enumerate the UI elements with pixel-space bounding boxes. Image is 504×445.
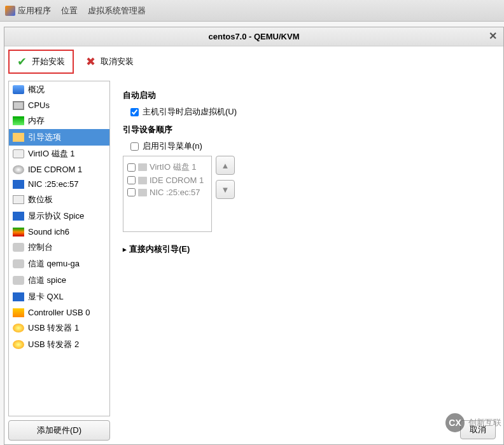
sidebar-item-6[interactable]: NIC :25:ec:57 [9,177,109,191]
boot-enable-checkbox[interactable] [127,163,136,172]
sidebar-item-label: 显示协议 Spice [28,210,84,222]
bootmenu-check-row[interactable]: 启用引导菜单(n) [130,140,494,152]
sidebar-item-14[interactable]: Controller USB 0 [9,305,109,320]
sidebar-item-2[interactable]: 内存 [9,113,109,129]
device-icon [13,292,24,301]
begin-install-label: 开始安装 [32,56,65,67]
device-icon [138,189,147,196]
sidebar-item-13[interactable]: 显卡 QXL [9,289,109,305]
device-icon [13,324,24,332]
device-icon [13,195,24,204]
direct-kernel-expander[interactable]: 直接内核引导(E) [123,243,494,255]
device-icon [138,177,147,184]
autostart-check-row[interactable]: 主机引导时启动虚拟机(U) [130,106,494,118]
boot-device-2[interactable]: NIC :25:ec:57 [127,186,207,198]
sidebar-item-9[interactable]: Sound ich6 [9,224,109,239]
autostart-title: 自动启动 [123,90,494,101]
sidebar-item-label: 显卡 QXL [28,291,64,303]
device-icon [13,243,24,252]
device-icon [13,165,24,174]
sidebar-item-label: 引导选项 [28,132,61,143]
vm-config-window: centos7.0 - QEMU/KVM ✕ ✔ 开始安装 ✖ 取消安装 概况C… [4,27,504,445]
device-icon [13,85,24,94]
check-icon: ✔ [17,55,27,69]
boot-device-list[interactable]: VirtIO 磁盘 1IDE CDROM 1NIC :25:ec:57 [123,156,212,232]
boot-device-0[interactable]: VirtIO 磁盘 1 [127,160,207,174]
boot-device-1[interactable]: IDE CDROM 1 [127,174,207,186]
desktop-top-bar: 应用程序 位置 虚拟系统管理器 [0,0,504,22]
cancel-icon: ✖ [86,55,95,69]
cancel-install-button[interactable]: ✖ 取消安装 [78,50,142,74]
boot-order-buttons: ▲ ▼ [216,156,235,199]
cancel-install-label: 取消安装 [101,56,134,67]
sidebar-item-label: NIC :25:ec:57 [28,179,79,189]
boot-device-label: IDE CDROM 1 [150,175,204,185]
boot-device-panel: VirtIO 磁盘 1IDE CDROM 1NIC :25:ec:57 ▲ ▼ [123,156,494,232]
sidebar-item-label: Controller USB 0 [28,308,90,317]
sidebar-item-1[interactable]: CPUs [9,98,109,113]
hardware-list[interactable]: 概况CPUs内存引导选项VirtIO 磁盘 1IDE CDROM 1NIC :2… [8,81,110,416]
device-icon [138,163,147,171]
bootmenu-checkbox[interactable] [130,142,139,151]
bottom-bar: 取消 [452,415,503,444]
move-up-button[interactable]: ▲ [216,156,235,175]
close-icon[interactable]: ✕ [489,30,497,42]
device-icon [13,149,24,158]
sidebar-item-10[interactable]: 控制台 [9,239,109,256]
sidebar-item-label: 信道 spice [28,275,66,286]
direct-kernel-label: 直接内核引导(E) [129,243,190,255]
add-hardware-button[interactable]: 添加硬件(D) [8,420,110,441]
device-icon [13,276,24,285]
sidebar-item-label: CPUs [28,100,50,110]
sidebar-item-label: USB 转发器 2 [28,339,79,350]
device-icon [13,116,24,125]
boot-device-label: NIC :25:ec:57 [150,188,200,197]
sidebar-item-16[interactable]: USB 转发器 2 [9,336,109,353]
cancel-button[interactable]: 取消 [460,420,496,439]
device-icon [13,308,24,317]
sidebar-item-label: VirtIO 磁盘 1 [28,148,74,160]
sidebar-item-7[interactable]: 数位板 [9,191,109,208]
menu-places[interactable]: 位置 [61,5,78,17]
device-icon [13,133,24,142]
sidebar-item-0[interactable]: 概况 [9,81,109,98]
sidebar-item-label: 内存 [28,115,45,127]
sidebar-item-3[interactable]: 引导选项 [9,129,109,146]
sidebar-item-15[interactable]: USB 转发器 1 [9,320,109,336]
sidebar-item-4[interactable]: VirtIO 磁盘 1 [9,146,109,162]
bootmenu-check-label: 启用引导菜单(n) [143,140,202,152]
sidebar-item-label: IDE CDROM 1 [28,165,82,174]
device-icon [13,228,24,236]
toolbar: ✔ 开始安装 ✖ 取消安装 [4,46,503,77]
sidebar-item-label: 信道 qemu-ga [28,258,80,270]
boot-enable-checkbox[interactable] [127,188,136,196]
boot-enable-checkbox[interactable] [127,176,136,184]
sidebar: 概况CPUs内存引导选项VirtIO 磁盘 1IDE CDROM 1NIC :2… [4,77,114,444]
sidebar-item-label: Sound ich6 [28,227,69,236]
content-area: 概况CPUs内存引导选项VirtIO 磁盘 1IDE CDROM 1NIC :2… [4,77,503,444]
sidebar-item-label: 数位板 [28,194,53,205]
device-icon [13,101,24,110]
bootorder-title: 引导设备顺序 [123,124,494,135]
autostart-checkbox[interactable] [130,108,139,116]
autostart-check-label: 主机引导时启动虚拟机(U) [143,106,237,118]
menu-vmm[interactable]: 虚拟系统管理器 [88,5,146,17]
sidebar-item-label: USB 转发器 1 [28,322,79,334]
device-icon [13,212,24,221]
sidebar-item-12[interactable]: 信道 spice [9,272,109,289]
apps-icon [5,6,15,16]
main-panel: 自动启动 主机引导时启动虚拟机(U) 引导设备顺序 启用引导菜单(n) Virt… [114,77,503,444]
sidebar-item-label: 概况 [28,84,45,95]
device-icon [13,180,24,189]
menu-applications[interactable]: 应用程序 [5,5,51,17]
window-title: centos7.0 - QEMU/KVM [208,32,299,41]
device-icon [13,340,24,349]
sidebar-item-label: 控制台 [28,242,53,253]
device-icon [13,259,24,268]
sidebar-item-5[interactable]: IDE CDROM 1 [9,162,109,177]
sidebar-item-8[interactable]: 显示协议 Spice [9,208,109,224]
sidebar-item-11[interactable]: 信道 qemu-ga [9,256,109,272]
begin-install-button[interactable]: ✔ 开始安装 [8,50,74,74]
move-down-button[interactable]: ▼ [216,180,235,199]
title-bar: centos7.0 - QEMU/KVM ✕ [4,27,503,46]
